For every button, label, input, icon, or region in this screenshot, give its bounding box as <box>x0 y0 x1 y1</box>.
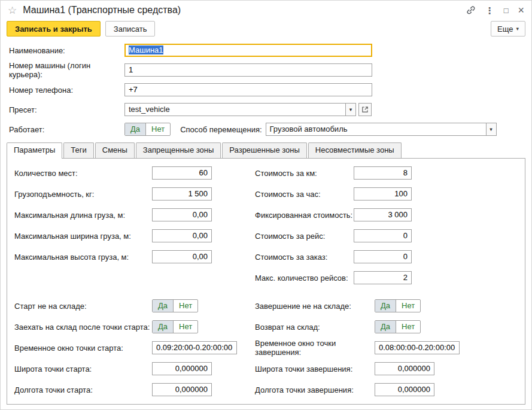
finish-window-label: Временное окно точки завершения: <box>255 339 375 357</box>
login-input[interactable]: 1 <box>124 63 372 77</box>
row-start-finish-not-depot: Старт не на складе: Да Нет Завершение не… <box>14 299 518 312</box>
row-visitdepot-return: Заехать на склад после точки старта: Да … <box>14 320 518 333</box>
tab-nesovmestimye-zony[interactable]: Несовместимые зоны <box>308 142 402 158</box>
form-row-preset: Пресет: test_vehicle ▾ <box>9 103 531 116</box>
max-trips-input[interactable]: 2 <box>354 271 412 284</box>
max-length-input[interactable]: 0,00 <box>152 208 212 221</box>
finish-not-depot-no[interactable]: Нет <box>396 300 420 312</box>
finish-lat-input[interactable]: 0,000000 <box>375 362 434 375</box>
more-button-label: Еще <box>497 25 513 34</box>
start-not-depot-no[interactable]: Нет <box>173 300 197 312</box>
name-input[interactable]: Машина1 <box>124 44 372 57</box>
fixed-cost-label: Фиксированная стоимость: <box>255 211 354 220</box>
form-row-phone: Номер телефона: +7 <box>9 83 531 96</box>
start-not-depot-toggle: Да Нет <box>152 299 198 312</box>
save-button[interactable]: Записать <box>105 21 156 37</box>
header-form: Наименование: Машина1 Номер машины (логи… <box>1 40 531 136</box>
finish-not-depot-label: Завершение не на складе: <box>255 302 375 311</box>
vehicle-form-window: ☆ Машина1 (Транспортные средства) ⋮ □ × … <box>0 0 532 410</box>
start-not-depot-yes[interactable]: Да <box>153 300 173 312</box>
preset-open-button[interactable] <box>358 103 372 116</box>
max-trips-label: Макс. количество рейсов: <box>255 274 354 283</box>
close-icon[interactable]: × <box>518 5 524 16</box>
cost-km-label: Стоимость за км: <box>255 169 354 178</box>
max-height-label: Максимальная высота груза, м: <box>14 253 152 262</box>
seats-input[interactable]: 60 <box>152 166 212 180</box>
finish-not-depot-toggle: Да Нет <box>375 299 421 312</box>
cost-order-input[interactable]: 0 <box>354 250 412 263</box>
movement-dropdown-button[interactable]: ▾ <box>486 123 497 136</box>
visit-depot-after-start-yes[interactable]: Да <box>153 321 173 333</box>
visit-depot-after-start-label: Заехать на склад после точки старта: <box>14 323 152 332</box>
row-latitudes: Широта точки старта: 0,000000 Широта точ… <box>14 362 518 375</box>
seats-label: Количество мест: <box>14 169 152 178</box>
finish-lat-label: Широта точки завершения: <box>255 365 375 373</box>
row-maxheight-costorder: Максимальная высота груза, м: 0,00 Стоим… <box>14 250 518 263</box>
visit-depot-after-start-toggle: Да Нет <box>152 320 198 333</box>
preset-combo: test_vehicle ▾ <box>124 103 356 116</box>
start-window-input[interactable]: 0.09:20:00-0.20:00:00 <box>152 341 237 354</box>
kebab-menu-icon[interactable]: ⋮ <box>485 6 494 15</box>
return-to-depot-label: Возврат на склад: <box>255 323 375 332</box>
visit-depot-after-start-no[interactable]: Нет <box>173 321 197 333</box>
fixed-cost-input[interactable]: 3 000 <box>354 208 412 221</box>
preset-input[interactable]: test_vehicle <box>124 103 345 116</box>
favorite-star-icon[interactable]: ☆ <box>8 4 17 17</box>
titlebar: ☆ Машина1 (Транспортные средства) ⋮ □ × <box>1 1 531 20</box>
max-width-input[interactable]: 0,00 <box>152 229 212 242</box>
movement-label: Способ перемещения: <box>180 125 262 134</box>
preset-dropdown-button[interactable]: ▾ <box>345 103 356 116</box>
row-maxtrips: Макс. количество рейсов: 2 <box>14 271 518 284</box>
start-window-label: Временное окно точки старта: <box>14 344 152 353</box>
cost-hour-label: Стоимость за час: <box>255 190 354 199</box>
return-to-depot-no[interactable]: Нет <box>396 321 420 333</box>
section-gap <box>14 292 518 299</box>
tab-tegi[interactable]: Теги <box>63 142 93 158</box>
max-height-input[interactable]: 0,00 <box>152 250 212 263</box>
toolbar: Записать и закрыть Записать Еще ▾ <box>1 20 531 40</box>
tab-bar: Параметры Теги Смены Запрещенные зоны Ра… <box>1 142 531 158</box>
login-label: Номер машины (логин курьера): <box>9 61 124 79</box>
get-link-icon[interactable] <box>466 5 476 15</box>
chevron-down-icon: ▾ <box>490 126 493 132</box>
form-row-name: Наименование: Машина1 <box>9 44 531 57</box>
row-maxwidth-costtrip: Максимальная ширина груза, м: 0,00 Стоим… <box>14 229 518 242</box>
window-controls: ⋮ □ × <box>466 5 524 16</box>
row-maxlength-fixedcost: Максимальная длина груза, м: 0,00 Фиксир… <box>14 208 518 221</box>
row-longitudes: Долгота точки старта: 0,000000 Долгота т… <box>14 383 518 396</box>
finish-window-input[interactable]: 0.08:00:00-0.20:00:00 <box>375 341 460 354</box>
capacity-input[interactable]: 1 500 <box>152 187 212 201</box>
start-lat-input[interactable]: 0,000000 <box>152 362 212 375</box>
finish-lon-input[interactable]: 0,000000 <box>375 383 434 396</box>
name-label: Наименование: <box>9 46 124 55</box>
more-button[interactable]: Еще ▾ <box>491 21 525 37</box>
row-time-windows: Временное окно точки старта: 0.09:20:00-… <box>14 341 518 354</box>
return-to-depot-toggle: Да Нет <box>375 320 421 333</box>
movement-combo: Грузовой автомобиль ▾ <box>266 123 497 136</box>
works-toggle-no[interactable]: Нет <box>145 123 170 135</box>
finish-not-depot-yes[interactable]: Да <box>375 300 396 312</box>
tab-smeny[interactable]: Смены <box>95 142 135 158</box>
movement-input[interactable]: Грузовой автомобиль <box>266 123 486 136</box>
start-lon-input[interactable]: 0,000000 <box>152 383 212 396</box>
maximize-icon[interactable]: □ <box>504 7 509 14</box>
preset-label: Пресет: <box>9 105 124 114</box>
works-toggle-yes[interactable]: Да <box>125 123 145 135</box>
tab-parametry[interactable]: Параметры <box>7 142 62 159</box>
cost-trip-label: Стоимость за рейс: <box>255 232 354 241</box>
name-input-selected-text: Машина1 <box>129 45 163 54</box>
row-capacity-costhour: Грузоподъемность, кг: 1 500 Стоимость за… <box>14 187 518 201</box>
save-and-close-button[interactable]: Записать и закрыть <box>7 21 101 37</box>
start-lat-label: Широта точки старта: <box>14 365 152 373</box>
parameters-panel: Количество мест: 60 Стоимость за км: 8 Г… <box>7 158 525 405</box>
cost-trip-input[interactable]: 0 <box>354 229 412 242</box>
tab-zapreshchennye-zony[interactable]: Запрещенные зоны <box>136 142 221 158</box>
return-to-depot-yes[interactable]: Да <box>375 321 396 333</box>
cost-order-label: Стоимость за заказ: <box>255 253 354 262</box>
cost-hour-input[interactable]: 100 <box>354 187 412 201</box>
cost-km-input[interactable]: 8 <box>354 166 412 180</box>
phone-input[interactable]: +7 <box>124 83 372 96</box>
chevron-down-icon: ▾ <box>516 26 519 32</box>
row-seats-costkm: Количество мест: 60 Стоимость за км: 8 <box>14 166 518 180</box>
tab-razreshennye-zony[interactable]: Разрешенные зоны <box>222 142 307 158</box>
